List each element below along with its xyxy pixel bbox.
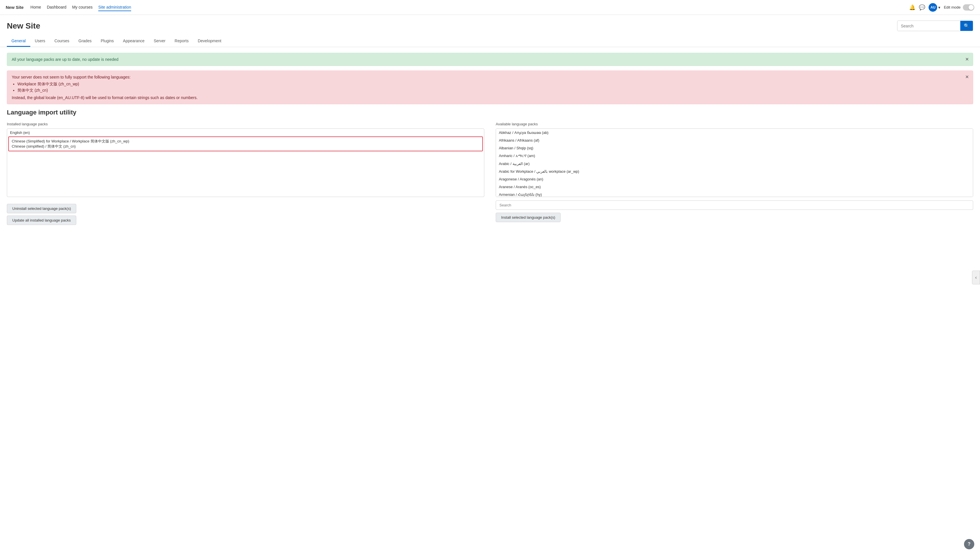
list-item[interactable]: Amharic / አማርኛ (am) [496, 152, 973, 160]
installed-buttons: Uninstall selected language pack(s) Upda… [7, 201, 484, 225]
available-label: Available language packs [496, 122, 973, 126]
page-title: New Site [7, 21, 40, 30]
warning-alert-list: Workplace 简体中文版 (zh_cn_wp) 简体中文 (zh_cn) [18, 82, 961, 93]
list-item[interactable]: Albanian / Shqip (sq) [496, 144, 973, 152]
list-item[interactable]: Abkhaz / Аҧсуа бызшәа (ab) [496, 129, 973, 136]
nav-site-administration[interactable]: Site administration [98, 4, 131, 11]
header-search-input[interactable] [898, 21, 960, 30]
header-search-button[interactable]: 🔍 [960, 21, 973, 31]
header-search-box: 🔍 [897, 21, 973, 31]
list-item: Workplace 简体中文版 (zh_cn_wp) [18, 82, 961, 87]
installed-label: Installed language packs [7, 122, 484, 126]
success-alert-close[interactable]: ✕ [965, 56, 969, 62]
page-header: New Site 🔍 [0, 15, 980, 31]
tab-users[interactable]: Users [30, 36, 50, 47]
avatar[interactable]: AU [929, 3, 937, 12]
top-navigation: Home Dashboard My courses Site administr… [31, 4, 132, 11]
nav-home[interactable]: Home [31, 4, 41, 11]
tab-courses[interactable]: Courses [50, 36, 74, 47]
notifications-icon[interactable]: 🔔 [909, 4, 916, 11]
uninstall-button[interactable]: Uninstall selected language pack(s) [7, 204, 76, 213]
list-item: 简体中文 (zh_cn) [18, 88, 961, 93]
messages-icon[interactable]: 💬 [919, 4, 925, 11]
language-columns: Installed language packs English (en) Ch… [7, 122, 973, 225]
tab-development[interactable]: Development [193, 36, 226, 47]
list-item[interactable]: Aranese / Aranés (oc_es) [496, 183, 973, 191]
installed-col: Installed language packs English (en) Ch… [7, 122, 484, 225]
success-alert-text: All your language packs are up to date, … [12, 57, 119, 62]
install-button[interactable]: Install selected language pack(s) [496, 213, 560, 222]
edit-mode-label: Edit mode [944, 5, 961, 10]
warning-alert: Your server does not seem to fully suppo… [7, 71, 973, 104]
section-title: Language import utility [7, 109, 973, 116]
list-item[interactable]: Arabic for Workplace / بالعربي workplace… [496, 168, 973, 175]
tab-general[interactable]: General [7, 36, 30, 47]
installed-listbox[interactable]: English (en) Chinese (Simplified) for Wo… [7, 128, 484, 197]
available-col: Available language packs Abkhaz / Аҧсуа … [496, 122, 973, 225]
available-listbox[interactable]: Abkhaz / Аҧсуа бызшәа (ab) Afrikaans / A… [496, 128, 973, 197]
warning-alert-close[interactable]: ✕ [965, 74, 969, 80]
lang-item-chinese-wp[interactable]: Chinese (Simplified) for Workplace / Wor… [8, 136, 483, 151]
topbar-right: 🔔 💬 AU ▾ Edit mode [909, 3, 974, 12]
topbar: New Site Home Dashboard My courses Site … [0, 0, 980, 15]
list-item[interactable]: Armenian / Հայերեն (hy) [496, 191, 973, 197]
lang-item-chinese-wp-label[interactable]: Chinese (Simplified) for Workplace / Wor… [12, 139, 480, 144]
tab-server[interactable]: Server [149, 36, 170, 47]
avatar-chevron-icon[interactable]: ▾ [938, 5, 940, 10]
success-alert: All your language packs are up to date, … [7, 53, 973, 66]
lang-item-chinese-simplified-label[interactable]: Chinese (simplified) / 简体中文 (zh_cn) [12, 144, 480, 149]
tab-grades[interactable]: Grades [74, 36, 96, 47]
edit-mode-toggle: Edit mode [944, 4, 974, 11]
tab-reports[interactable]: Reports [170, 36, 193, 47]
update-all-button[interactable]: Update all installed language packs [7, 215, 76, 225]
edit-mode-switch[interactable] [963, 4, 974, 11]
nav-dashboard[interactable]: Dashboard [47, 4, 67, 11]
available-search-input[interactable] [496, 201, 973, 210]
available-bottom: Install selected language pack(s) [496, 201, 973, 222]
warning-alert-note: Instead, the global locale (en_AU.UTF-8)… [12, 95, 961, 100]
tab-appearance[interactable]: Appearance [118, 36, 149, 47]
main-content: All your language packs are up to date, … [0, 47, 980, 231]
subtabs: General Users Courses Grades Plugins App… [0, 36, 980, 47]
tab-plugins[interactable]: Plugins [96, 36, 118, 47]
list-item[interactable]: Afrikaans / Afrikaans (af) [496, 136, 973, 144]
list-item[interactable]: Arabic / العربية (ar) [496, 160, 973, 168]
user-avatar-wrapper[interactable]: AU ▾ [929, 3, 940, 12]
warning-alert-intro: Your server does not seem to fully suppo… [12, 75, 130, 79]
lang-item-english[interactable]: English (en) [7, 129, 484, 136]
brand: New Site [6, 5, 24, 10]
list-item[interactable]: Aragonese / Aragonés (an) [496, 175, 973, 183]
nav-my-courses[interactable]: My courses [72, 4, 93, 11]
